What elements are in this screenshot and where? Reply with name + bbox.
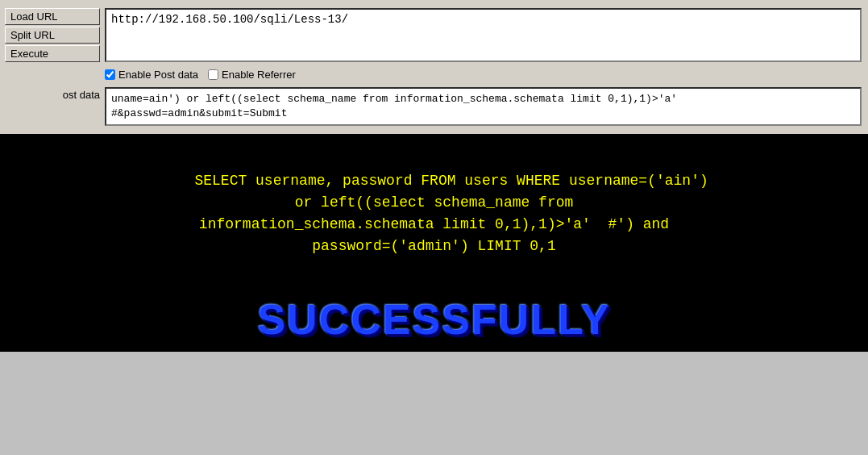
success-message: SUCCESSFULLY [257,295,610,344]
enable-post-label: Enable Post data [118,69,198,81]
enable-referrer-checkbox[interactable] [208,69,218,80]
url-field[interactable]: http://192.168.50.100/sqli/Less-13/ [105,8,862,62]
split-url-button[interactable]: Split URL [5,27,100,44]
enable-referrer-label: Enable Referrer [222,69,296,81]
execute-button[interactable]: Execute [5,45,100,62]
post-data-label: ost data [0,84,105,101]
enable-post-checkbox[interactable] [105,69,115,80]
output-panel: SELECT username, password FROM users WHE… [0,134,868,352]
load-url-button[interactable]: Load URL [5,8,100,25]
sql-line4: password=('admin') LIMIT 0,1 [312,238,555,254]
sql-line3: information_schema.schemata limit 0,1),1… [199,216,669,232]
sql-line1: SELECT username, password FROM users WHE… [194,173,708,189]
post-data-input[interactable]: uname=ain') or left((select schema_name … [105,87,862,126]
sql-line2: or left((select schema_name from [295,194,574,211]
enable-post-checkbox-label[interactable]: Enable Post data [105,69,198,81]
sql-output: SELECT username, password FROM users WHE… [160,148,708,279]
enable-referrer-checkbox-label[interactable]: Enable Referrer [208,69,296,81]
